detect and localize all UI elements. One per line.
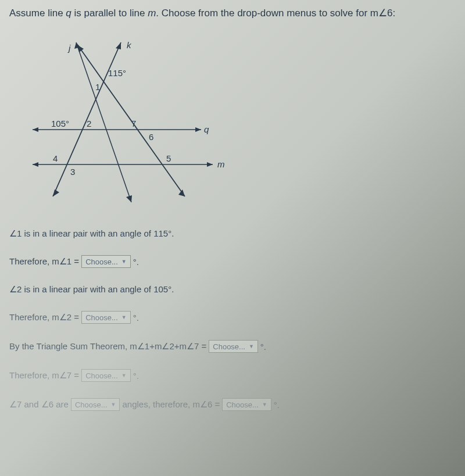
label-q: q: [204, 124, 209, 134]
label-j: j: [67, 43, 71, 53]
question-suffix: . Choose from the drop-down menus to sol…: [156, 8, 395, 19]
proof-text-1: ∠1 is in a linear pair with an angle of …: [9, 228, 174, 239]
proof-text-5-suffix: °.: [260, 342, 266, 352]
dropdown-label: Choose...: [85, 257, 118, 266]
chevron-down-icon: ▼: [249, 343, 254, 349]
label-2b: 2: [87, 119, 91, 128]
label-115: 115°: [108, 68, 126, 78]
svg-marker-4: [33, 162, 38, 167]
chevron-down-icon: ▼: [111, 402, 116, 407]
dropdown-label: Choose...: [85, 371, 118, 380]
question-prompt: Assume line q is parallel to line m. Cho…: [9, 7, 456, 19]
question-prefix: Assume line: [9, 8, 66, 19]
question-var-q: q: [66, 8, 71, 19]
svg-marker-1: [33, 127, 38, 132]
svg-marker-5: [207, 162, 213, 167]
dropdown-angle1[interactable]: Choose... ▼: [81, 255, 131, 268]
dropdown-label: Choose...: [85, 313, 118, 322]
proof-text-7-suffix: °.: [274, 400, 280, 410]
proof-text-7-mid: angles, therefore, m∠6 =: [122, 399, 220, 410]
proof-text-2-prefix: Therefore, m∠1 =: [9, 256, 79, 267]
svg-marker-2: [195, 127, 201, 132]
question-var-m: m: [148, 8, 156, 19]
dropdown-angle2[interactable]: Choose... ▼: [81, 311, 131, 324]
label-7: 7: [131, 119, 136, 128]
dropdown-label: Choose...: [213, 342, 245, 351]
dropdown-angle7[interactable]: Choose... ▼: [81, 369, 131, 382]
proof-line-7: ∠7 and ∠6 are Choose... ▼ angles, theref…: [9, 398, 456, 411]
svg-marker-8: [126, 195, 132, 202]
svg-line-6: [76, 42, 131, 202]
proof-text-2-suffix: °.: [133, 257, 139, 267]
proof-line-5: By the Triangle Sum Theorem, m∠1+m∠2+m∠7…: [9, 340, 456, 353]
question-mid: is parallel to line: [71, 8, 148, 19]
dropdown-label: Choose...: [226, 400, 259, 409]
label-1: 1: [95, 82, 100, 92]
label-k: k: [127, 40, 132, 50]
label-5: 5: [166, 153, 171, 163]
proof-line-3: ∠2 is in a linear pair with an angle of …: [9, 284, 456, 295]
svg-marker-17: [116, 42, 121, 49]
proof-text-4-prefix: Therefore, m∠2 =: [9, 312, 79, 323]
proof-text-7-prefix: ∠7 and ∠6 are: [9, 399, 69, 410]
proof-line-6: Therefore, m∠7 = Choose... ▼ °.: [9, 369, 456, 382]
label-6: 6: [149, 132, 153, 142]
proof-text-4-suffix: °.: [133, 313, 139, 323]
chevron-down-icon: ▼: [121, 314, 127, 320]
label-m: m: [217, 159, 225, 169]
proof-line-4: Therefore, m∠2 = Choose... ▼ °.: [9, 311, 456, 324]
chevron-down-icon: ▼: [121, 259, 127, 264]
dropdown-angle-type[interactable]: Choose... ▼: [71, 398, 120, 411]
proof-text-3: ∠2 is in a linear pair with an angle of …: [9, 284, 174, 295]
dropdown-label: Choose...: [75, 400, 108, 409]
proof-text-6-suffix: °.: [133, 371, 139, 381]
label-4: 4: [53, 153, 58, 163]
label-105: 105°: [51, 119, 69, 128]
dropdown-triangle-sum[interactable]: Choose... ▼: [209, 340, 258, 353]
chevron-down-icon: ▼: [262, 402, 267, 407]
proof-text-5-prefix: By the Triangle Sum Theorem, m∠1+m∠2+m∠7…: [9, 341, 206, 352]
proof-line-2: Therefore, m∠1 = Choose... ▼ °.: [9, 255, 456, 268]
label-3: 3: [70, 167, 75, 177]
chevron-down-icon: ▼: [121, 373, 127, 378]
dropdown-angle6[interactable]: Choose... ▼: [222, 398, 271, 411]
proof-line-1: ∠1 is in a linear pair with an angle of …: [9, 228, 456, 239]
geometry-diagram: j k q m 115° 1 105° 2 2 7 6 4 3 5: [21, 31, 230, 211]
proof-text-6-prefix: Therefore, m∠7 =: [9, 370, 79, 381]
